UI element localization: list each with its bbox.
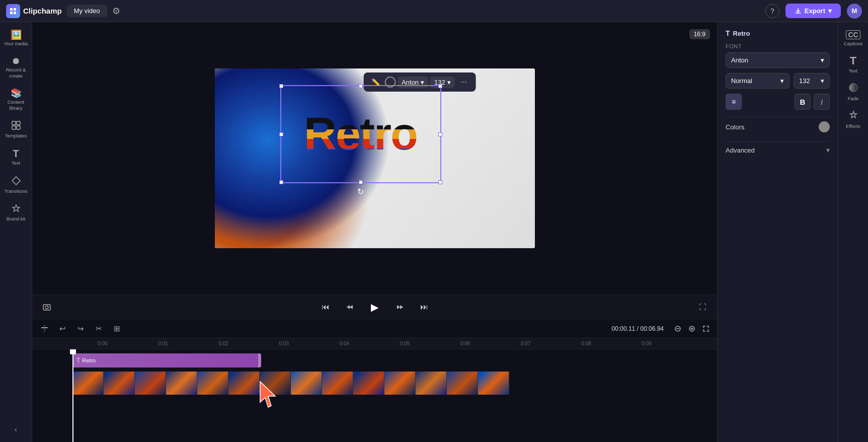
video-title[interactable]: My video [67,5,107,17]
effects-btn[interactable]: Effects [840,106,866,133]
fast-forward-btn[interactable] [392,299,408,315]
more-tools-btn[interactable]: ⊞ [110,322,124,336]
sidebar-item-content-library[interactable]: 📚 Content library [2,85,30,115]
sidebar-item-templates[interactable]: Templates [2,117,30,142]
video-frame-13 [447,372,478,395]
record-icon: ⏺ [12,56,21,65]
timeline-tracks: T Retro [32,349,717,442]
video-frame-10 [353,372,384,395]
chevron-down-icon: ▾ [780,77,784,85]
text-sidebar-icon: T [13,149,19,159]
zoom-controls [672,323,712,335]
templates-icon [12,121,21,131]
retro-text-display[interactable]: Retro [281,86,440,182]
sidebar-collapse-btn[interactable]: ‹ [2,421,30,438]
svg-rect-2 [12,126,16,129]
video-frame-1 [72,372,104,395]
chevron-down-icon-size: ▾ [447,79,451,86]
timeline-ruler: 0:00 0:01 0:02 0:03 0:04 0:05 0:06 0:07 … [32,338,717,349]
ruler-marks: 0:00 0:01 0:02 0:03 0:04 0:05 0:06 0:07 … [72,341,677,346]
sidebar-label-record: Record & create [4,67,28,79]
svg-rect-5 [43,305,50,310]
video-frame-2 [104,372,135,395]
playback-controls: ⏮ ▶ ⏭ ⛶ [32,294,717,319]
timeline-playhead[interactable] [72,349,73,442]
effects-icon [848,110,858,122]
chevron-down-icon: ▾ [821,77,824,85]
svg-point-6 [45,306,48,309]
text-track: T Retro [32,351,717,370]
svg-rect-3 [17,126,20,129]
video-frame-3 [135,372,166,395]
ruler-mark-0: 0:00 [72,341,133,346]
split-tool-btn[interactable] [37,322,51,336]
redo-btn[interactable]: ↪ [73,322,88,336]
ruler-mark-6: 0:06 [435,341,496,346]
transitions-icon [12,176,21,187]
rewind-btn[interactable] [342,299,358,315]
captions-btn[interactable]: CC Captions [840,26,866,50]
delete-clip-btn[interactable]: ✂ [92,322,106,336]
ruler-mark-9: 0:09 [616,341,677,346]
text-clip[interactable]: T Retro [72,353,261,367]
app-logo[interactable]: Clipchamp [6,4,62,18]
sidebar-item-your-media[interactable]: 🖼️ Your media [2,26,30,50]
right-panel: T Retro Font Anton ▾ Normal ▾ [717,22,838,442]
captions-icon: CC [846,30,860,39]
font-size-select[interactable]: 132 ▾ [794,73,830,89]
video-frame-7 [260,372,291,395]
help-button[interactable]: ? [765,4,779,18]
video-frame-9 [322,372,353,395]
sidebar-label-brand-kit: Brand kit [7,216,26,222]
fit-zoom-btn[interactable] [700,323,712,335]
sidebar-item-brand-kit[interactable]: Brand kit [2,200,30,226]
skip-to-start-btn[interactable]: ⏮ [318,299,334,315]
font-family-row: Anton ▾ [726,52,830,68]
video-canvas: ✏️ Anton ▾ 132 ▾ ··· [215,68,535,248]
fade-btn[interactable]: Fade [840,79,866,105]
app-name: Clipchamp [23,7,62,15]
advanced-row: Advanced ▾ [726,141,830,158]
ruler-mark-5: 0:05 [374,341,435,346]
panel-title: T Retro [726,29,830,37]
zoom-out-btn[interactable] [672,323,684,335]
svg-rect-1 [17,121,20,125]
user-avatar[interactable]: M [847,4,862,19]
sidebar-label-templates: Templates [5,133,27,138]
play-pause-btn[interactable]: ▶ [366,298,384,316]
bold-btn[interactable]: B [795,94,811,110]
color-swatch[interactable] [819,121,830,132]
align-bold-row: ≡ B I [726,94,830,110]
font-section-label: Font [726,43,830,49]
sidebar-item-text[interactable]: T Text [2,144,30,170]
rotate-handle[interactable]: ↻ [357,187,364,196]
font-family-select[interactable]: Anton ▾ [726,52,830,68]
export-button[interactable]: Export ▾ [785,4,841,18]
clip-resize-handle[interactable] [258,353,261,367]
sidebar-label-transitions: Transitions [4,188,27,194]
text-right-btn[interactable]: T Text [840,51,866,78]
skip-to-end-btn[interactable]: ⏭ [416,299,432,315]
sidebar-item-transitions[interactable]: Transitions [2,172,30,198]
main-area: 🖼️ Your media ⏺ Record & create 📚 Conten… [0,22,868,442]
more-options-btn[interactable]: ··· [457,75,471,89]
colors-row: Colors [726,117,830,136]
your-media-icon: 🖼️ [11,30,22,39]
text-element-selected[interactable]: Retro ↻ [280,85,441,183]
undo-btn[interactable]: ↩ [55,322,69,336]
align-left-btn[interactable]: ≡ [726,94,742,110]
video-frame-6 [228,372,260,395]
brand-kit-icon [12,204,21,214]
zoom-in-btn[interactable] [686,323,698,335]
italic-btn[interactable]: I [814,94,830,110]
fullscreen-btn[interactable]: ⛶ [695,300,710,315]
screenshot-btn[interactable] [39,300,54,315]
sidebar-item-record[interactable]: ⏺ Record & create [2,52,30,83]
preview-area: 16:9 ✏️ Anton ▾ 132 ▾ ··· [32,22,717,294]
font-style-select[interactable]: Normal ▾ [726,73,790,89]
video-clip[interactable] [72,372,518,395]
advanced-chevron-icon[interactable]: ▾ [826,146,830,154]
video-frame-5 [197,372,228,395]
advanced-label: Advanced [726,146,755,154]
ruler-mark-2: 0:02 [193,341,254,346]
